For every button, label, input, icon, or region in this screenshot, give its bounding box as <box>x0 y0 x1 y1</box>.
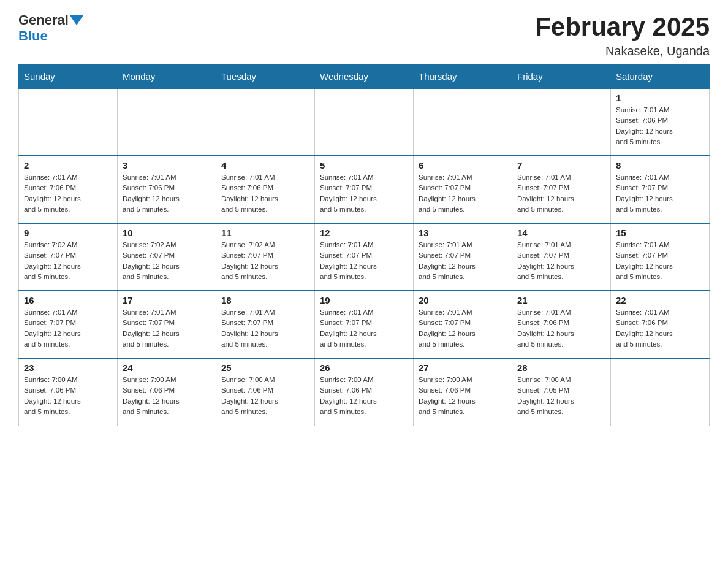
calendar-cell: 6Sunrise: 7:01 AM Sunset: 7:07 PM Daylig… <box>414 156 512 223</box>
day-number: 18 <box>221 295 309 305</box>
day-info: Sunrise: 7:01 AM Sunset: 7:07 PM Dayligh… <box>123 307 211 350</box>
day-info: Sunrise: 7:00 AM Sunset: 7:06 PM Dayligh… <box>320 375 408 417</box>
day-number: 24 <box>123 362 211 373</box>
calendar-cell: 3Sunrise: 7:01 AM Sunset: 7:06 PM Daylig… <box>118 156 216 223</box>
calendar-cell: 21Sunrise: 7:01 AM Sunset: 7:06 PM Dayli… <box>512 291 611 358</box>
calendar-cell: 17Sunrise: 7:01 AM Sunset: 7:07 PM Dayli… <box>118 291 216 358</box>
day-info: Sunrise: 7:00 AM Sunset: 7:06 PM Dayligh… <box>221 375 309 417</box>
weekday-header-friday: Friday <box>512 65 611 89</box>
day-info: Sunrise: 7:01 AM Sunset: 7:07 PM Dayligh… <box>517 172 605 215</box>
calendar-cell: 5Sunrise: 7:01 AM Sunset: 7:07 PM Daylig… <box>315 156 414 223</box>
day-number: 9 <box>24 228 112 238</box>
calendar-cell: 7Sunrise: 7:01 AM Sunset: 7:07 PM Daylig… <box>512 156 611 223</box>
calendar-cell: 20Sunrise: 7:01 AM Sunset: 7:07 PM Dayli… <box>414 291 512 358</box>
day-number: 7 <box>517 160 605 170</box>
day-number: 20 <box>419 295 507 305</box>
day-number: 27 <box>419 362 507 373</box>
day-info: Sunrise: 7:01 AM Sunset: 7:07 PM Dayligh… <box>24 307 112 350</box>
day-number: 2 <box>24 160 112 170</box>
day-info: Sunrise: 7:01 AM Sunset: 7:07 PM Dayligh… <box>320 172 408 215</box>
day-number: 1 <box>616 93 704 103</box>
day-number: 8 <box>616 160 704 170</box>
day-info: Sunrise: 7:01 AM Sunset: 7:07 PM Dayligh… <box>616 240 704 282</box>
week-row-2: 2Sunrise: 7:01 AM Sunset: 7:06 PM Daylig… <box>19 156 710 223</box>
day-number: 21 <box>517 295 605 305</box>
calendar-cell: 26Sunrise: 7:00 AM Sunset: 7:06 PM Dayli… <box>315 358 414 426</box>
day-number: 28 <box>517 362 605 373</box>
day-info: Sunrise: 7:01 AM Sunset: 7:07 PM Dayligh… <box>320 307 408 350</box>
day-number: 16 <box>24 295 112 305</box>
day-number: 25 <box>221 362 309 373</box>
day-info: Sunrise: 7:01 AM Sunset: 7:07 PM Dayligh… <box>320 240 408 282</box>
calendar-cell <box>611 358 710 426</box>
calendar-table: SundayMondayTuesdayWednesdayThursdayFrid… <box>18 64 710 426</box>
day-info: Sunrise: 7:01 AM Sunset: 7:06 PM Dayligh… <box>616 307 704 350</box>
calendar-cell <box>414 88 512 156</box>
calendar-cell: 16Sunrise: 7:01 AM Sunset: 7:07 PM Dayli… <box>19 291 118 358</box>
calendar-cell: 28Sunrise: 7:00 AM Sunset: 7:05 PM Dayli… <box>512 358 611 426</box>
day-info: Sunrise: 7:01 AM Sunset: 7:06 PM Dayligh… <box>24 172 112 215</box>
calendar-cell: 18Sunrise: 7:01 AM Sunset: 7:07 PM Dayli… <box>216 291 315 358</box>
day-info: Sunrise: 7:01 AM Sunset: 7:07 PM Dayligh… <box>419 172 507 215</box>
calendar-cell: 11Sunrise: 7:02 AM Sunset: 7:07 PM Dayli… <box>216 223 315 291</box>
calendar-cell: 8Sunrise: 7:01 AM Sunset: 7:07 PM Daylig… <box>611 156 710 223</box>
day-number: 3 <box>123 160 211 170</box>
day-info: Sunrise: 7:01 AM Sunset: 7:06 PM Dayligh… <box>616 105 704 147</box>
day-info: Sunrise: 7:01 AM Sunset: 7:06 PM Dayligh… <box>123 172 211 215</box>
day-number: 19 <box>320 295 408 305</box>
weekday-header-tuesday: Tuesday <box>216 65 315 89</box>
calendar-cell: 9Sunrise: 7:02 AM Sunset: 7:07 PM Daylig… <box>19 223 118 291</box>
day-info: Sunrise: 7:00 AM Sunset: 7:06 PM Dayligh… <box>123 375 211 417</box>
day-info: Sunrise: 7:02 AM Sunset: 7:07 PM Dayligh… <box>221 240 309 282</box>
calendar-cell: 4Sunrise: 7:01 AM Sunset: 7:06 PM Daylig… <box>216 156 315 223</box>
calendar-cell: 14Sunrise: 7:01 AM Sunset: 7:07 PM Dayli… <box>512 223 611 291</box>
calendar-cell: 10Sunrise: 7:02 AM Sunset: 7:07 PM Dayli… <box>118 223 216 291</box>
day-number: 13 <box>419 228 507 238</box>
day-info: Sunrise: 7:01 AM Sunset: 7:07 PM Dayligh… <box>419 307 507 350</box>
calendar-cell <box>216 88 315 156</box>
day-number: 26 <box>320 362 408 373</box>
calendar-cell: 24Sunrise: 7:00 AM Sunset: 7:06 PM Dayli… <box>118 358 216 426</box>
calendar-title-block: February 2025 Nakaseke, Uganda <box>535 12 710 58</box>
day-info: Sunrise: 7:01 AM Sunset: 7:07 PM Dayligh… <box>419 240 507 282</box>
day-number: 15 <box>616 228 704 238</box>
calendar-cell: 25Sunrise: 7:00 AM Sunset: 7:06 PM Dayli… <box>216 358 315 426</box>
calendar-cell: 12Sunrise: 7:01 AM Sunset: 7:07 PM Dayli… <box>315 223 414 291</box>
page-header: General Blue February 2025 Nakaseke, Uga… <box>18 12 710 58</box>
week-row-4: 16Sunrise: 7:01 AM Sunset: 7:07 PM Dayli… <box>19 291 710 358</box>
calendar-cell <box>512 88 611 156</box>
calendar-cell: 23Sunrise: 7:00 AM Sunset: 7:06 PM Dayli… <box>19 358 118 426</box>
calendar-cell: 19Sunrise: 7:01 AM Sunset: 7:07 PM Dayli… <box>315 291 414 358</box>
calendar-cell: 2Sunrise: 7:01 AM Sunset: 7:06 PM Daylig… <box>19 156 118 223</box>
weekday-header-row: SundayMondayTuesdayWednesdayThursdayFrid… <box>19 65 710 89</box>
calendar-cell <box>118 88 216 156</box>
calendar-cell: 13Sunrise: 7:01 AM Sunset: 7:07 PM Dayli… <box>414 223 512 291</box>
week-row-3: 9Sunrise: 7:02 AM Sunset: 7:07 PM Daylig… <box>19 223 710 291</box>
logo-arrow-icon <box>70 15 83 25</box>
day-number: 5 <box>320 160 408 170</box>
calendar-cell: 22Sunrise: 7:01 AM Sunset: 7:06 PM Dayli… <box>611 291 710 358</box>
calendar-cell <box>315 88 414 156</box>
day-number: 14 <box>517 228 605 238</box>
day-number: 17 <box>123 295 211 305</box>
weekday-header-monday: Monday <box>118 65 216 89</box>
day-number: 4 <box>221 160 309 170</box>
svg-marker-0 <box>70 15 83 25</box>
week-row-1: 1Sunrise: 7:01 AM Sunset: 7:06 PM Daylig… <box>19 88 710 156</box>
week-row-5: 23Sunrise: 7:00 AM Sunset: 7:06 PM Dayli… <box>19 358 710 426</box>
day-info: Sunrise: 7:00 AM Sunset: 7:06 PM Dayligh… <box>24 375 112 417</box>
month-year-title: February 2025 <box>535 12 710 42</box>
weekday-header-sunday: Sunday <box>19 65 118 89</box>
day-info: Sunrise: 7:02 AM Sunset: 7:07 PM Dayligh… <box>24 240 112 282</box>
day-info: Sunrise: 7:01 AM Sunset: 7:07 PM Dayligh… <box>517 240 605 282</box>
day-info: Sunrise: 7:01 AM Sunset: 7:07 PM Dayligh… <box>616 172 704 215</box>
day-info: Sunrise: 7:02 AM Sunset: 7:07 PM Dayligh… <box>123 240 211 282</box>
day-number: 6 <box>419 160 507 170</box>
calendar-cell: 15Sunrise: 7:01 AM Sunset: 7:07 PM Dayli… <box>611 223 710 291</box>
calendar-cell: 1Sunrise: 7:01 AM Sunset: 7:06 PM Daylig… <box>611 88 710 156</box>
day-info: Sunrise: 7:01 AM Sunset: 7:06 PM Dayligh… <box>517 307 605 350</box>
day-info: Sunrise: 7:00 AM Sunset: 7:05 PM Dayligh… <box>517 375 605 417</box>
day-number: 12 <box>320 228 408 238</box>
weekday-header-wednesday: Wednesday <box>315 65 414 89</box>
weekday-header-thursday: Thursday <box>414 65 512 89</box>
